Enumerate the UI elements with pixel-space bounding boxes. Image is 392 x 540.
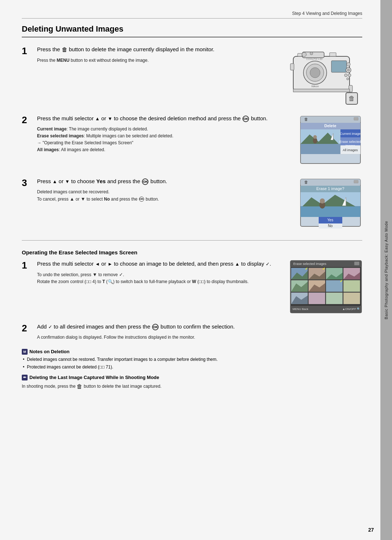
warn-icon: ✏ (22, 375, 28, 380)
step-3-main-text: Press ▲ or ▼ to choose Yes and press the… (37, 177, 291, 186)
svg-rect-65 (354, 262, 359, 265)
step-2-image: 🗑 Delete (299, 114, 362, 169)
step-1-main-text: Press the 🗑 button to delete the image c… (37, 45, 275, 54)
step-3-sub-text: Deleted images cannot be recovered. To c… (37, 189, 291, 203)
ok-button-3: OK (142, 178, 148, 185)
warning-box: ✏ Deleting the Last Image Captured While… (22, 375, 362, 391)
step-1-number: 1 (22, 46, 33, 56)
note-icon: M (22, 349, 28, 355)
menu-label-1: MENU (57, 58, 69, 63)
check-mark-s1b: ✓ (119, 272, 123, 277)
page-title: Deleting Unwanted Images (22, 24, 362, 37)
step-1-sub-text: Press the MENU button to exit without de… (37, 57, 275, 64)
sub-step-1-content: Press the multi selector ◄ or ► to choos… (37, 260, 282, 285)
svg-rect-16 (293, 89, 350, 92)
svg-rect-85 (309, 293, 325, 304)
svg-text:Erase 1 image?: Erase 1 image? (316, 186, 344, 191)
menu-screen-svg: 🗑 Delete (299, 114, 362, 168)
svg-text:Erase selected: Erase selected (339, 140, 361, 144)
arrow-up-3: ▲ (53, 179, 57, 184)
arrow-left-s1: ◄ (95, 261, 100, 267)
svg-rect-6 (298, 53, 302, 56)
T-label: T (102, 279, 105, 284)
arrow-down-s1: ▼ (93, 272, 97, 277)
ok-button-2: OK (242, 116, 249, 122)
step-header-text: Step 4 Viewing and Deleting Images (292, 11, 362, 16)
sub-step-1-main-text: Press the multi selector ◄ or ► to choos… (37, 260, 282, 268)
sub-step-1-sub-text: To undo the selection, press ▼ to remove… (37, 271, 282, 286)
svg-rect-87 (343, 293, 360, 304)
svg-text:🗑: 🗑 (304, 117, 308, 121)
svg-text:All images: All images (343, 148, 358, 152)
page-number: 27 (368, 527, 374, 533)
svg-text:Current image: Current image (340, 132, 360, 136)
right-sidebar-tab: Basic Photography and Playback: Easy Aut… (380, 0, 392, 540)
all-images-label: All images (37, 147, 59, 152)
svg-rect-45 (301, 179, 360, 186)
sub-step-2-sub-text: A confirmation dialog is displayed. Foll… (37, 334, 362, 341)
svg-point-21 (302, 52, 306, 57)
subsection-title: Operating the Erase Selected Images Scre… (22, 246, 362, 255)
step-2-section: 2 Press the multi selector ▲ or ▼ to cho… (22, 114, 362, 169)
step-3-number: 3 (22, 178, 33, 188)
ok-button-s2: OK (152, 324, 159, 330)
camera-svg: 🗑 Nikon COOLPIX L30 (282, 45, 362, 105)
step-header: Step 4 Viewing and Deleting Images (22, 11, 362, 19)
svg-point-10 (347, 69, 350, 71)
svg-text:✓: ✓ (322, 267, 325, 271)
trash-icon-1: 🗑 (62, 45, 68, 54)
warning-header: ✏ Deleting the Last Image Captured While… (22, 375, 362, 380)
svg-text:Yes: Yes (327, 218, 333, 222)
section-divider (22, 240, 362, 241)
arrow-right-s1: ► (108, 261, 113, 267)
svg-rect-47 (354, 180, 358, 183)
current-image-label: Current image (37, 126, 66, 132)
svg-point-35 (313, 135, 317, 139)
svg-rect-7 (330, 53, 336, 56)
svg-text:🗑: 🗑 (348, 95, 355, 102)
arrow-down-3: ▼ (65, 179, 70, 184)
magnify-icon: 🔍 (108, 279, 113, 284)
notes-title: Notes on Deletion (29, 349, 70, 354)
sub-step-1-number: 1 (22, 261, 33, 270)
ok-button-3b: OK (139, 197, 144, 202)
step-1-content: Press the 🗑 button to delete the image c… (37, 45, 275, 64)
svg-text:Erase selected images: Erase selected images (293, 262, 327, 266)
svg-point-3 (310, 68, 320, 78)
arrow-up-s1: ▲ (235, 261, 240, 267)
step-2-content: Press the multi selector ▲ or ▼ to choos… (37, 114, 291, 153)
right-tab-text: Basic Photography and Playback: Easy Aut… (384, 221, 388, 319)
svg-text:No: No (328, 224, 333, 228)
main-content: Step 4 Viewing and Deleting Images Delet… (0, 0, 380, 540)
sub-step-1-sub-2: Rotate the zoom control (□□ 4) to T (🔍) … (37, 278, 282, 285)
sub-step-2-content: Add ✓ to all desired images and then pre… (37, 323, 362, 341)
note-item-2: Protected images cannot be deleted (□□ 7… (22, 364, 362, 370)
step-3-sub-2: To cancel, press ▲ or ▼ to select No and… (37, 196, 291, 203)
sub-step-2-number: 2 (22, 323, 33, 333)
svg-text:🗑: 🗑 (304, 180, 308, 184)
step-3-content: Press ▲ or ▼ to choose Yes and press the… (37, 177, 291, 203)
check-mark-s2: ✓ (48, 324, 52, 330)
warning-title: Deleting the Last Image Captured While i… (29, 375, 159, 380)
svg-rect-82 (343, 280, 360, 292)
notes-header: M Notes on Deletion (22, 349, 362, 355)
sub-step-1-sub-1: To undo the selection, press ▼ to remove… (37, 271, 282, 279)
page-container: Step 4 Viewing and Deleting Images Delet… (0, 0, 392, 540)
warning-text: In shooting mode, press the 🗑 button to … (22, 382, 362, 391)
step-3-sub-1: Deleted images cannot be recovered. (37, 189, 291, 196)
sub-step-2-main-text: Add ✓ to all desired images and then pre… (37, 323, 362, 331)
svg-text:Delete: Delete (324, 124, 336, 128)
note-item-1: Deleted images cannot be restored. Trans… (22, 356, 362, 363)
sub-step-1-section: 1 Press the multi selector ◄ or ► to cho… (22, 260, 362, 315)
step-3-section: 3 Press ▲ or ▼ to choose Yes and press t… (22, 177, 362, 232)
arrow-reference: → "Operating the Erase Selected Images S… (37, 140, 291, 146)
arrow-up-2: ▲ (95, 116, 100, 121)
erase-screen-svg: 🗑 Erase 1 image? (299, 177, 362, 231)
no-label: No (104, 196, 110, 201)
svg-rect-14 (290, 64, 294, 70)
notes-box: M Notes on Deletion Deleted images canno… (22, 349, 362, 370)
arrow-up-3b: ▲ (70, 196, 74, 202)
step-2-sub-text: Current image: The image currently displ… (37, 126, 291, 154)
svg-text:COOLPIX L30: COOLPIX L30 (306, 58, 323, 60)
svg-text:▲ON/OFF  🔍: ▲ON/OFF 🔍 (342, 307, 360, 311)
